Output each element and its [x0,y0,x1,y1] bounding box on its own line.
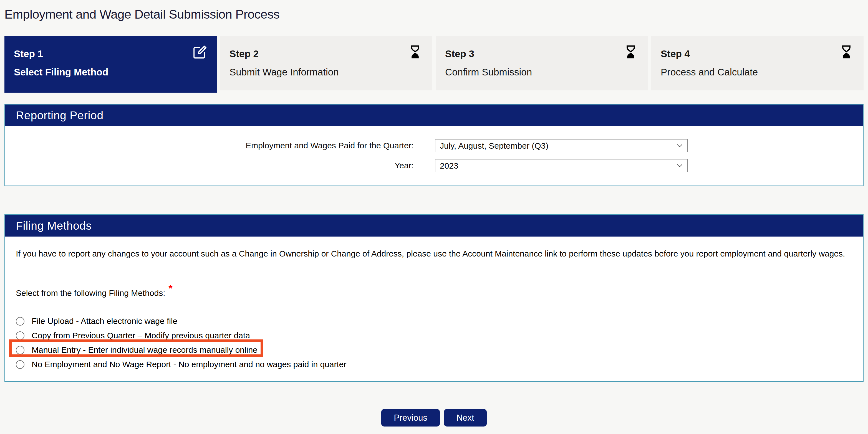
required-asterisk: * [169,283,173,294]
step-tab-2[interactable]: Step 2 Submit Wage Information [220,36,432,91]
quarter-label: Employment and Wages Paid for the Quarte… [5,141,414,150]
step-number: Step 3 [445,48,638,59]
hourglass-icon [839,44,854,60]
hourglass-icon [623,44,639,60]
copy-previous-quarter-radio[interactable] [16,331,24,340]
step-tabs: Step 1 Select Filing Method Step 2 Submi… [4,36,864,93]
step-tab-3[interactable]: Step 3 Confirm Submission [436,36,648,91]
edit-icon [192,44,207,60]
option-manual-entry[interactable]: Manual Entry - Enter individual wage rec… [16,343,855,357]
step-label: Select Filing Method [14,67,207,78]
filing-methods-panel: Filing Methods If you have to report any… [4,214,864,382]
action-buttons: Previous Next [0,409,868,427]
page-title: Employment and Wage Detail Submission Pr… [4,7,868,22]
step-label: Process and Calculate [661,67,854,78]
step-label: Submit Wage Information [229,67,422,78]
filing-methods-header: Filing Methods [5,215,863,237]
step-tab-4[interactable]: Step 4 Process and Calculate [651,36,864,91]
filing-methods-prompt: Select from the following Filing Methods… [16,283,855,298]
option-label: File Upload - Attach electronic wage fil… [32,316,177,326]
option-no-employment[interactable]: No Employment and No Wage Report - No em… [16,357,855,372]
step-number: Step 1 [14,48,207,59]
option-label: Copy from Previous Quarter – Modify prev… [32,331,250,340]
step-tab-1[interactable]: Step 1 Select Filing Method [4,36,217,93]
option-label: No Employment and No Wage Report - No em… [32,360,346,369]
filing-method-options: File Upload - Attach electronic wage fil… [16,314,855,372]
reporting-period-header: Reporting Period [5,105,863,126]
quarter-select[interactable]: July, August, September (Q3) [435,139,688,152]
option-label: Manual Entry - Enter individual wage rec… [32,345,257,355]
step-number: Step 2 [229,48,422,59]
manual-entry-radio[interactable] [16,346,24,355]
option-copy-previous-quarter[interactable]: Copy from Previous Quarter – Modify prev… [16,328,855,343]
previous-button[interactable]: Previous [381,409,440,427]
option-file-upload[interactable]: File Upload - Attach electronic wage fil… [16,314,855,328]
step-label: Confirm Submission [445,67,638,78]
step-number: Step 4 [661,48,854,59]
year-label: Year: [5,161,414,170]
next-button[interactable]: Next [444,409,487,427]
reporting-period-panel: Reporting Period Employment and Wages Pa… [4,104,864,186]
filing-methods-intro: If you have to report any changes to you… [16,247,851,260]
year-select[interactable]: 2023 [435,159,688,172]
file-upload-radio[interactable] [16,317,24,326]
hourglass-icon [407,44,423,60]
no-employment-radio[interactable] [16,360,24,369]
